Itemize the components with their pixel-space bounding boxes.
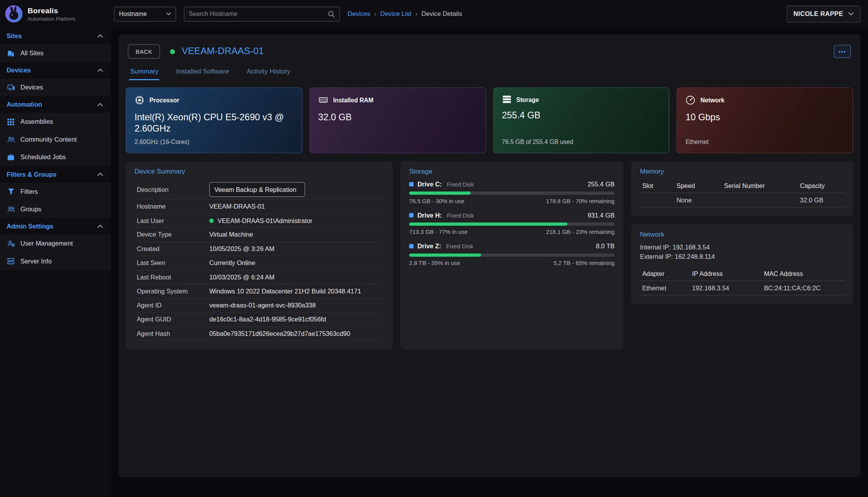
table-header-row: Adapter IP Address MAC Address (640, 267, 844, 281)
content-area: BACK VEEAM-DRAAS-01 ••• Summary Installe… (111, 28, 868, 497)
device-details-panel: BACK VEEAM-DRAAS-01 ••• Summary Installe… (118, 34, 860, 477)
sidebar-item-label: Community Content (21, 136, 77, 143)
table-header-row: Slot Speed Serial Number Capacity (640, 179, 844, 193)
cell-adapter: Ethernet (642, 285, 692, 292)
row-label: Agent Hash (137, 330, 209, 337)
sidebar-item-assemblies[interactable]: Assemblies (0, 113, 111, 130)
people-icon (7, 136, 15, 143)
stat-card-footer: 76.5 GB of 255.4 GB used (502, 138, 661, 145)
online-dot (209, 218, 213, 223)
stat-card-processor: Processor Intel(R) Xeon(R) CPU E5-2690 v… (126, 88, 302, 153)
chevron-up-icon (97, 225, 103, 228)
drive-usage-bar (409, 223, 614, 226)
cell-capacity: 32.0 GB (800, 197, 842, 203)
column-header: Slot (642, 182, 676, 189)
sidebar-section-filters-groups[interactable]: Filters & Groups (0, 166, 111, 183)
drive-size: 255.4 GB (588, 181, 614, 188)
row-value: 10/05/2025 @ 3:26 AM (209, 246, 275, 252)
table-row: Last Reboot 10/03/2025 @ 6:24 AM (134, 270, 384, 285)
table-row: Agent Hash 05ba0e7935171d626ecea29b27d7a… (134, 327, 384, 341)
sidebar-item-user-management[interactable]: User Management (0, 235, 111, 252)
row-value: 10/03/2025 @ 6:24 AM (209, 274, 275, 280)
chevron-down-icon (848, 12, 854, 16)
back-button[interactable]: BACK (128, 44, 160, 59)
table-row: Hostname VEEAM-DRAAS-01 (134, 200, 384, 214)
search-input[interactable] (189, 11, 328, 17)
user-management-icon (7, 240, 15, 247)
network-icon (685, 95, 695, 105)
section-label: Automation (7, 101, 42, 108)
sidebar-item-devices[interactable]: Devices (0, 79, 111, 96)
storage-panel: Storage Drive C: Fixed Disk 255.4 GB (400, 161, 623, 350)
panel-title: Network (640, 231, 844, 239)
drive-name: Drive Z: (417, 243, 441, 249)
memory-table: Slot Speed Serial Number Capacity None (640, 179, 844, 207)
user-name: NICOLE RAPPE (793, 11, 843, 17)
drive-usage-fill (409, 191, 471, 195)
right-column: Memory Slot Speed Serial Number Capacity (631, 161, 853, 350)
search-field-dropdown[interactable]: Hostname (114, 6, 176, 21)
sidebar-item-label: All Sites (21, 50, 44, 56)
row-label: Created (137, 246, 209, 252)
row-label: Last User (137, 217, 209, 224)
stat-card-storage: Storage 255.4 GB 76.5 GB of 255.4 GB use… (493, 88, 669, 153)
stat-card-value: 10 Gbps (685, 111, 844, 123)
row-label: Last Reboot (137, 274, 209, 280)
breadcrumb-devices[interactable]: Devices (348, 11, 370, 17)
device-title: VEEAM-DRAAS-01 (182, 46, 264, 57)
sidebar-item-label: Assemblies (21, 118, 53, 125)
drive-type: Fixed Disk (446, 243, 474, 249)
stat-card-footer: 2.60GHz (16-Cores) (134, 138, 293, 145)
stat-cards: Processor Intel(R) Xeon(R) CPU E5-2690 v… (126, 88, 853, 153)
panel-title: Memory (640, 168, 844, 176)
stat-card-footer: Ethernet (685, 138, 844, 145)
row-value: VEEAM-DRAAS-01\Administrator (218, 217, 313, 224)
drive-used: 2.8 TB - 35% in use (409, 260, 460, 266)
main-column: Hostname Devices › Device List › Device … (111, 0, 868, 497)
device-online-dot (170, 49, 175, 54)
row-value: 05ba0e7935171d626ecea29b27d7ae175363cd90 (209, 330, 350, 337)
table-row: Last User VEEAM-DRAAS-01\Administrator (134, 214, 384, 228)
column-header: Adapter (642, 270, 692, 277)
table-row: None 32.0 GB (640, 193, 844, 207)
tab-installed-software[interactable]: Installed Software (175, 67, 230, 80)
sidebar-section-admin-settings[interactable]: Admin Settings (0, 218, 111, 235)
sidebar-item-groups[interactable]: Groups (0, 200, 111, 218)
search-icon[interactable] (328, 10, 335, 17)
user-menu-button[interactable]: NICOLE RAPPE (787, 5, 860, 23)
table-row: Ethernet 192.168.3.54 BC:24:11:CA:C6:2C (640, 281, 844, 296)
drive-name: Drive H: (417, 212, 442, 219)
drive-remaining: 5.2 TB - 65% remaining (554, 260, 615, 266)
column-header: Capacity (800, 182, 842, 189)
column-header: MAC Address (764, 270, 842, 277)
cell-speed: None (676, 197, 724, 203)
sidebar-item-label: Filters (21, 188, 38, 195)
column-header: Serial Number (724, 182, 800, 189)
row-value: Windows 10 2022 Datacenter 21H2 Build 20… (209, 288, 361, 295)
more-options-button[interactable]: ••• (834, 45, 851, 58)
breadcrumb-device-list[interactable]: Device List (380, 11, 412, 17)
sidebar-item-filters[interactable]: Filters (0, 183, 111, 200)
sidebar-item-server-info[interactable]: Server Info (0, 252, 111, 270)
row-value: veeam-draas-01-agent-svc-8930a338 (209, 302, 316, 309)
sidebar-item-community-content[interactable]: Community Content (0, 131, 111, 148)
tab-summary[interactable]: Summary (129, 67, 160, 80)
description-input[interactable] (209, 182, 305, 197)
brand-tagline: Automation Platform (28, 15, 75, 21)
stat-card-value: 32.0 GB (318, 111, 477, 123)
sidebar-item-all-sites[interactable]: All Sites (0, 44, 111, 62)
sidebar-section-devices[interactable]: Devices (0, 62, 111, 79)
network-panel: Network Internal IP: 192.168.3.54 Extern… (631, 224, 853, 305)
tab-activity-history[interactable]: Activity History (246, 67, 292, 80)
sidebar-section-automation[interactable]: Automation (0, 96, 111, 113)
drive-usage-fill (409, 253, 481, 257)
drive-row: Drive Z: Fixed Disk 8.0 TB 2.8 TB - 35% … (409, 243, 614, 266)
sidebar-section-sites[interactable]: Sites (0, 28, 111, 44)
section-label: Admin Settings (7, 223, 53, 230)
stat-card-value: 255.4 GB (502, 109, 661, 121)
drive-usage-bar (409, 253, 614, 257)
cell-mac: BC:24:11:CA:C6:2C (764, 285, 842, 292)
drive-icon (409, 244, 414, 248)
sidebar-item-scheduled-jobs[interactable]: Scheduled Jobs (0, 148, 111, 166)
panel-title: Storage (409, 168, 614, 176)
